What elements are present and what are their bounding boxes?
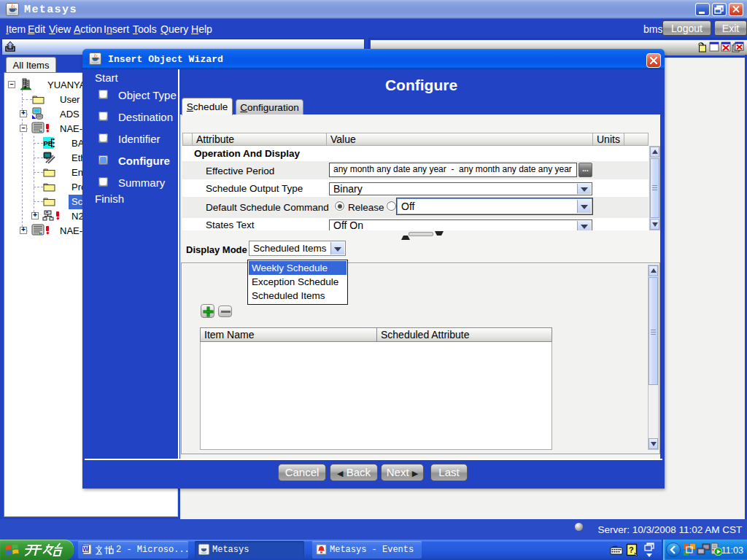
svg-text:W: W — [83, 545, 90, 553]
svg-text:?: ? — [629, 545, 634, 554]
